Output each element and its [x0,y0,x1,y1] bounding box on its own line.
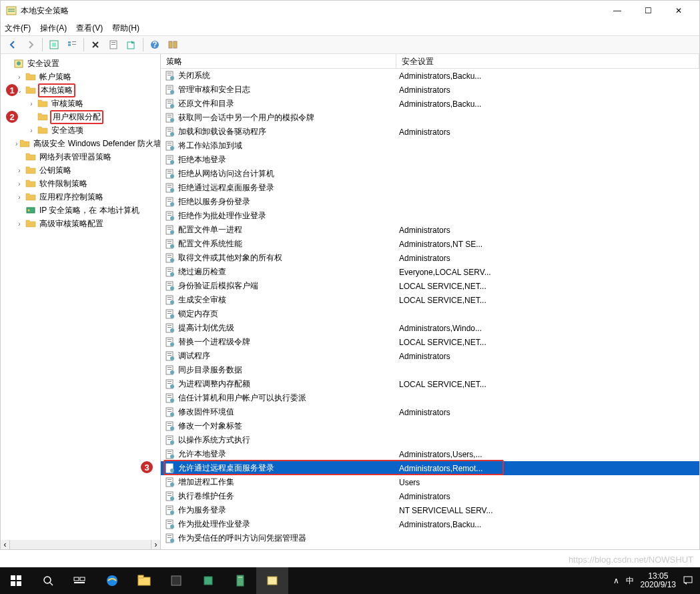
policy-row[interactable]: 拒绝从网络访问这台计算机 [161,167,699,181]
policy-row[interactable]: 拒绝通过远程桌面服务登录 [161,181,699,195]
svg-point-84 [170,286,174,290]
tree-item[interactable]: ›安全选项 [1,123,160,137]
taskview-icon[interactable] [64,567,96,594]
tree-item[interactable]: 网络列表管理器策略 [1,150,160,164]
export-button[interactable] [123,37,139,53]
tree-item[interactable]: ›高级审核策略配置 [1,217,160,230]
expander-icon[interactable]: › [27,100,35,107]
tree-item[interactable]: 用户权限分配 [1,110,160,123]
properties-button[interactable] [105,37,121,53]
policy-row[interactable]: 配置文件单一进程Administrators [161,223,699,237]
menu-view[interactable]: 查看(V) [76,23,103,34]
policy-row[interactable]: 身份验证后模拟客户端LOCAL SERVICE,NET... [161,279,699,293]
clock[interactable]: 13:05 2020/9/13 [641,572,676,589]
secpol-icon[interactable] [256,567,288,594]
policy-row[interactable]: 增加进程工作集Users [161,475,699,489]
list-body[interactable]: 关闭系统Administrators,Backu...管理审核和安全日志Admi… [161,69,699,549]
close-button[interactable]: ✕ [663,1,694,21]
policy-icon [165,85,176,95]
expander-icon[interactable]: › [15,167,23,174]
policy-row[interactable]: 绕过遍历检查Everyone,LOCAL SERV... [161,265,699,279]
back-button[interactable] [5,37,21,53]
help-button[interactable]: ? [147,37,163,53]
menubar: 文件(F) 操作(A) 查看(V) 帮助(H) [1,21,699,35]
policy-icon [165,519,176,530]
app1-icon[interactable] [160,567,192,594]
notification-icon[interactable] [683,575,693,587]
tree-item[interactable]: ›软件限制策略 [1,177,160,190]
policy-row[interactable]: 替换一个进程级令牌LOCAL SERVICE,NET... [161,335,699,349]
column-policy[interactable]: 策略 [161,54,396,68]
start-button[interactable] [0,567,32,594]
policy-row[interactable]: 以操作系统方式执行 [161,433,699,447]
policy-row[interactable]: 修改一个对象标签 [161,419,699,433]
policy-row[interactable]: 允许本地登录Administrators,Users,... [161,447,699,461]
policy-row[interactable]: 关闭系统Administrators,Backu... [161,69,699,83]
policy-row[interactable]: 获取同一会话中另一个用户的模拟令牌 [161,111,699,125]
policy-row[interactable]: 作为服务登录NT SERVICE\ALL SERV... [161,503,699,517]
list-button[interactable] [64,37,80,53]
menu-file[interactable]: 文件(F) [5,23,31,34]
ime-indicator[interactable]: 中 [626,575,634,587]
tree-item[interactable]: ›应用程序控制策略 [1,190,160,204]
delete-button[interactable] [87,37,103,53]
policy-row[interactable]: 锁定内存页 [161,307,699,321]
tree-item[interactable]: ›高级安全 Windows Defender 防火墙 [1,137,160,150]
policy-row[interactable]: 加载和卸载设备驱动程序Administrators [161,125,699,139]
tree-panel[interactable]: 安全设置›帐户策略⌄本地策略1›审核策略用户权限分配2›安全选项›高级安全 Wi… [1,54,161,549]
minimize-button[interactable]: — [602,1,633,21]
expander-icon[interactable]: › [15,73,23,81]
svg-rect-169 [171,576,181,585]
horizontal-scrollbar[interactable]: ‹› [1,540,160,549]
tree-item[interactable]: ⌄本地策略 [1,83,160,97]
tree-item[interactable]: ›帐户策略 [1,70,160,83]
policy-row[interactable]: 管理审核和安全日志Administrators [161,83,699,97]
server-icon[interactable] [224,567,256,594]
expander-icon[interactable]: › [15,194,23,201]
policy-row[interactable]: 还原文件和目录Administrators,Backu... [161,97,699,111]
policy-row[interactable]: 作为受信任的呼叫方访问凭据管理器 [161,531,699,545]
forward-button[interactable] [23,37,39,53]
policy-icon [165,197,176,208]
policy-row[interactable]: 执行卷维护任务Administrators [161,489,699,503]
tree-item[interactable]: ›公钥策略 [1,164,160,177]
expander-icon[interactable]: › [15,180,23,188]
search-icon[interactable] [32,567,64,594]
policy-row[interactable]: 修改固件环境值Administrators [161,405,699,419]
policy-row[interactable]: 生成安全审核LOCAL SERVICE,NET... [161,293,699,307]
policy-row[interactable]: 拒绝作为批处理作业登录 [161,209,699,223]
policy-row[interactable]: 信任计算机和用户帐户可以执行委派 [161,391,699,405]
tray-chevron-icon[interactable]: ∧ [613,576,619,585]
tree-item[interactable]: ›审核策略 [1,97,160,110]
policy-row[interactable]: 调试程序Administrators [161,349,699,363]
policy-row[interactable]: 拒绝以服务身份登录 [161,195,699,209]
up-button[interactable] [46,37,62,53]
policy-row[interactable]: 将工作站添加到域 [161,139,699,153]
menu-action[interactable]: 操作(A) [40,23,67,34]
maximize-button[interactable]: ☐ [633,1,663,21]
policy-row[interactable]: 作为批处理作业登录Administrators,Backu... [161,517,699,531]
app2-icon[interactable] [192,567,224,594]
refresh-button[interactable] [165,37,181,53]
tree-root[interactable]: 安全设置 [1,57,160,70]
policy-row[interactable]: 同步目录服务数据 [161,363,699,377]
explorer-icon[interactable] [128,567,160,594]
policy-row[interactable]: 允许通过远程桌面服务登录Administrators,Remot... [161,461,699,475]
menu-help[interactable]: 帮助(H) [112,23,139,34]
policy-row[interactable]: 拒绝本地登录 [161,153,699,167]
policy-setting: Administrators [396,352,699,361]
tree-item[interactable]: IP 安全策略，在 本地计算机 [1,204,160,217]
expander-icon[interactable]: › [15,220,23,228]
policy-row[interactable]: 提高计划优先级Administrators,Windo... [161,321,699,335]
svg-rect-31 [167,103,171,103]
folder-icon [25,152,36,162]
expander-icon[interactable]: › [27,127,35,134]
policy-row[interactable]: 取得文件或其他对象的所有权Administrators [161,251,699,265]
policy-row[interactable]: 为进程调整内存配额LOCAL SERVICE,NET... [161,377,699,391]
svg-point-161 [44,577,51,583]
column-setting[interactable]: 安全设置 [396,54,699,68]
ie-icon[interactable] [96,567,128,594]
expander-icon[interactable]: › [15,140,17,147]
policy-row[interactable]: 配置文件系统性能Administrators,NT SE... [161,237,699,251]
policy-icon [165,379,176,390]
